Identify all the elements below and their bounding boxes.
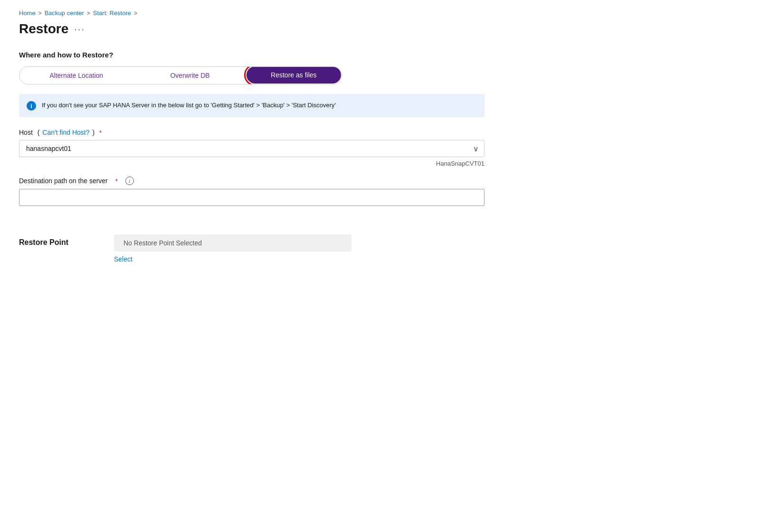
cant-find-host-link[interactable]: Can't find Host? xyxy=(42,129,89,136)
restore-point-info: No Restore Point Selected Select xyxy=(114,234,351,263)
host-required-star: * xyxy=(99,129,102,136)
breadcrumb-backup-center[interactable]: Backup center xyxy=(45,9,84,17)
breadcrumb-sep-3: > xyxy=(134,10,137,17)
breadcrumb-home[interactable]: Home xyxy=(19,9,36,17)
tab-overwrite-db[interactable]: Overwrite DB xyxy=(133,67,247,84)
breadcrumb-sep-1: > xyxy=(38,10,42,17)
destination-path-input[interactable] xyxy=(19,189,484,206)
host-field-label: Host ( Can't find Host? ) * xyxy=(19,129,740,136)
info-text: If you don't see your SAP HANA Server in… xyxy=(42,101,336,110)
host-dropdown[interactable]: hanasnapcvt01 xyxy=(19,140,484,157)
destination-field-label: Destination path on the server * i xyxy=(19,177,740,185)
restore-type-tabs: Alternate Location Overwrite DB Restore … xyxy=(19,66,342,84)
breadcrumb-sep-2: > xyxy=(87,10,90,17)
restore-section-title: Where and how to Restore? xyxy=(19,51,740,59)
tab-restore-as-files[interactable]: Restore as files xyxy=(247,66,341,84)
restore-point-section: Restore Point No Restore Point Selected … xyxy=(19,234,740,263)
restore-point-select-link[interactable]: Select xyxy=(114,255,351,263)
no-restore-point-box: No Restore Point Selected xyxy=(114,234,351,252)
destination-required-star: * xyxy=(115,177,118,185)
host-dropdown-wrapper: hanasnapcvt01 ∨ xyxy=(19,140,484,157)
restore-point-label: Restore Point xyxy=(19,234,95,247)
tab-alternate-location[interactable]: Alternate Location xyxy=(19,67,133,84)
info-box: i If you don't see your SAP HANA Server … xyxy=(19,94,484,117)
breadcrumb-start-restore[interactable]: Start: Restore xyxy=(93,9,131,17)
info-icon: i xyxy=(27,101,36,111)
page-title: Restore xyxy=(19,21,68,37)
more-options-button[interactable]: ··· xyxy=(74,24,85,35)
breadcrumb: Home > Backup center > Start: Restore > xyxy=(19,9,740,17)
destination-label-text: Destination path on the server xyxy=(19,177,108,185)
host-label-text: Host xyxy=(19,129,33,136)
destination-info-icon[interactable]: i xyxy=(125,177,134,185)
host-hint: HanaSnapCVT01 xyxy=(19,160,484,167)
